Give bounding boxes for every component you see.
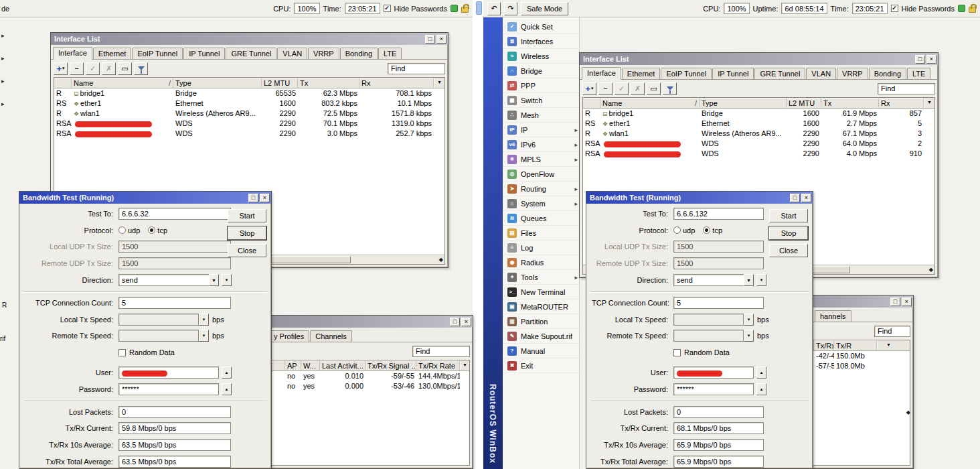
user-field[interactable] <box>673 366 754 379</box>
up-arrow-button[interactable]: ▴ <box>222 366 232 379</box>
disable-button[interactable]: ✗ <box>631 82 645 95</box>
table-row[interactable]: R ❖wlan1 Wireless (Atheros AR9... 2290 6… <box>583 129 934 139</box>
direction-extra-button[interactable]: ▾ <box>756 274 766 286</box>
remove-button[interactable]: − <box>70 62 84 75</box>
remove-button[interactable]: − <box>598 82 612 95</box>
close-button[interactable]: × <box>436 35 446 44</box>
remote-tx-speed-field[interactable] <box>673 330 744 342</box>
stop-button[interactable]: Stop <box>769 226 808 240</box>
udp-radio[interactable] <box>673 226 681 234</box>
window-titlebar[interactable]: Interface List □ × <box>580 53 938 65</box>
tcp-radio[interactable] <box>703 226 710 234</box>
test-to-field[interactable]: 6.6.6.132 <box>673 208 764 220</box>
up-arrow-button[interactable]: ▴ <box>222 383 232 395</box>
tab[interactable]: VRRP <box>308 48 339 59</box>
up-arrow-button[interactable]: ▴ <box>756 366 766 379</box>
column-signal[interactable]: Tx/Rx Signal .. <box>365 360 416 371</box>
window-titlebar[interactable]: □ × <box>247 316 473 328</box>
udp-label[interactable]: udp <box>128 226 140 234</box>
sidebar-item[interactable]: ≋ Queues <box>503 211 580 226</box>
combo-arrow-button[interactable]: ▾ <box>199 314 209 326</box>
close-button[interactable]: × <box>902 297 912 306</box>
undo-button[interactable]: ↶ <box>487 2 501 15</box>
tab[interactable]: IP Tunnel <box>712 68 754 79</box>
sidebar-item[interactable]: ✖ Exit <box>503 358 580 373</box>
local-udp-size-field[interactable]: 1500 <box>118 241 231 253</box>
maximize-button[interactable]: □ <box>915 55 925 64</box>
column-flags[interactable] <box>583 98 600 108</box>
combo-arrow-button[interactable]: ▼ <box>744 274 754 286</box>
column-l2mtu[interactable]: L2 MTU <box>262 78 298 88</box>
tab[interactable]: Bonding <box>869 68 906 79</box>
scroll-corner-icon[interactable]: ◆ <box>929 267 933 273</box>
column-ap[interactable]: AP <box>285 360 301 371</box>
column-rx[interactable]: Rx <box>359 78 434 88</box>
sidebar-item[interactable]: ✎ Make Supout.rif <box>503 329 580 344</box>
sidebar-item[interactable]: ☼ System ▸ <box>503 196 580 211</box>
find-box[interactable]: Find <box>878 83 935 94</box>
remote-udp-size-field[interactable]: 1500 <box>118 257 231 269</box>
column-type[interactable]: Type <box>173 78 262 88</box>
tab[interactable]: LTE <box>378 48 402 59</box>
sidebar-item[interactable]: ✳ MPLS ▸ <box>503 152 580 167</box>
maximize-button[interactable]: □ <box>790 194 800 202</box>
column-rate[interactable]: Tx/R <box>834 340 877 350</box>
password-field[interactable]: ****** <box>118 383 219 395</box>
table-row[interactable]: RSA WDS 2290 70.1 Mbps 1319.0 kbps <box>54 119 444 129</box>
direction-extra-button[interactable]: ▾ <box>222 274 232 286</box>
udp-radio[interactable] <box>118 226 126 234</box>
sidebar-item[interactable]: ≣ Interfaces <box>503 34 580 49</box>
random-data-checkbox[interactable] <box>118 349 126 356</box>
sidebar-item[interactable]: ✓ Quick Set <box>503 19 580 34</box>
sidebar-item[interactable]: IP IP ▸ <box>503 123 580 137</box>
hide-passwords-label[interactable]: Hide Passwords <box>394 5 447 13</box>
random-data-label[interactable]: Random Data <box>129 348 175 356</box>
sidebar-item[interactable]: ◎ OpenFlow <box>503 167 580 182</box>
stop-button[interactable]: Stop <box>228 226 266 240</box>
sidebar-item[interactable]: ≈ Wireless <box>503 49 580 64</box>
column-select-button[interactable]: ▼ <box>434 78 444 88</box>
redo-button[interactable]: ↷ <box>504 2 517 15</box>
enable-button[interactable]: ✓ <box>86 62 100 75</box>
column-tx[interactable]: Tx <box>821 98 879 108</box>
find-box[interactable]: Find <box>412 346 470 357</box>
maximize-button[interactable]: □ <box>425 35 435 44</box>
udp-label[interactable]: udp <box>683 226 695 234</box>
tcp-conn-field[interactable]: 5 <box>673 297 764 309</box>
tab[interactable]: Interface <box>53 47 92 60</box>
tab[interactable]: Ethernet <box>622 68 661 79</box>
sidebar-item[interactable]: ⇄ PPP <box>503 78 580 93</box>
find-box[interactable]: Find <box>388 63 445 74</box>
column-wds[interactable]: W... <box>301 360 320 371</box>
column-select-button[interactable]: ▼ <box>877 340 900 350</box>
column-tx[interactable]: Tx <box>298 78 359 88</box>
hide-passwords-checkbox[interactable] <box>384 5 391 12</box>
tab[interactable]: y Profiles <box>268 330 309 342</box>
disable-button[interactable]: ✗ <box>102 62 116 75</box>
maximize-button[interactable]: □ <box>248 194 258 202</box>
tcp-label[interactable]: tcp <box>157 226 167 234</box>
hide-passwords-label[interactable]: Hide Passwords <box>902 5 955 13</box>
window-titlebar[interactable]: Interface List □ × <box>51 33 448 45</box>
start-button[interactable]: Start <box>769 209 808 222</box>
column-flags[interactable] <box>54 78 72 88</box>
table-row[interactable]: R ⊟bridge1 Bridge 1600 61.9 Mbps 857 <box>583 109 934 119</box>
test-to-field[interactable]: 6.6.6.32 <box>118 208 231 220</box>
sidebar-item[interactable]: ✦ Tools ▸ <box>503 270 580 285</box>
column-type[interactable]: Type <box>700 98 787 108</box>
tab[interactable]: hannels <box>815 310 851 322</box>
maximize-button[interactable]: □ <box>450 318 460 326</box>
comment-button[interactable]: ▭ <box>118 62 132 75</box>
table-row[interactable]: RS ❖ether1 Ethernet 1600 803.2 kbps 10.1… <box>54 98 444 109</box>
tcp-radio[interactable] <box>148 226 155 234</box>
enable-button[interactable]: ✓ <box>615 82 629 95</box>
table-row[interactable]: RSA WDS 2290 4.0 Mbps 910 <box>583 149 934 159</box>
tcp-conn-field[interactable]: 5 <box>118 297 231 309</box>
column-last-activity[interactable]: Last Activit... <box>320 360 365 371</box>
sidebar-item[interactable]: ∩ Bridge <box>503 64 580 78</box>
table-row[interactable]: no yes 0.000 -53/-46 130.0Mbps/130.0 <box>250 381 469 391</box>
column-name[interactable]: Name/ <box>72 78 173 88</box>
direction-combo[interactable]: send <box>673 274 744 286</box>
tab[interactable]: VRRP <box>837 68 868 79</box>
column-rate[interactable]: Tx/Rx Rate <box>416 360 460 371</box>
